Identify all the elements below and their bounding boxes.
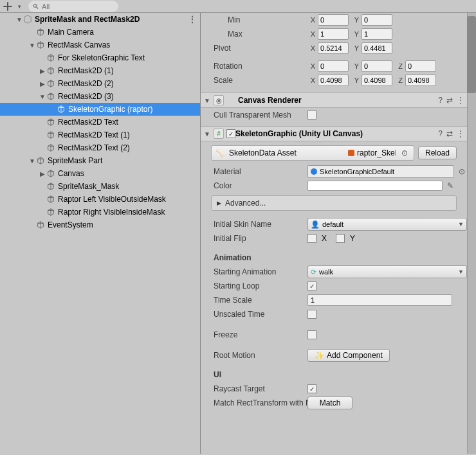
skeleton-data-asset-field[interactable]: 🦴 SkeletonData Asset raptor_SkeletonData… (211, 145, 414, 161)
hierarchy-item[interactable]: SpriteMask_Mask (0, 180, 200, 193)
hierarchy-item[interactable]: ▼RectMask2D (3) (0, 90, 200, 103)
search-input[interactable] (42, 3, 114, 10)
freeze-checkbox[interactable] (307, 330, 316, 339)
scene-row[interactable]: ▼ SpriteMask and RectMask2D ⋮ (0, 13, 200, 26)
root-motion-label: Root Motion (211, 351, 307, 360)
item-label: SpriteMask Part (48, 156, 102, 165)
material-field[interactable]: SkeletonGraphicDefault (307, 165, 454, 178)
unscaled-time-label: Unscaled Time (211, 310, 307, 319)
initial-flip-label: Initial Flip (211, 234, 307, 243)
hierarchy-item[interactable]: ▶RectMask2D (2) (0, 77, 200, 90)
match-button[interactable]: Match (307, 397, 352, 409)
help-icon[interactable]: ? (438, 96, 443, 105)
add-component-button[interactable]: ✨ Add Component (307, 349, 390, 362)
flip-y-checkbox[interactable] (336, 234, 345, 243)
skeleton-graphic-header[interactable]: ▼ # SkeletonGraphic (Unity UI Canvas) ? … (201, 126, 467, 141)
rot-x-input[interactable] (318, 60, 349, 72)
min-y-input[interactable] (362, 14, 392, 26)
chevron-down-icon[interactable]: ▼ (28, 41, 36, 49)
scale-y-input[interactable] (362, 75, 392, 86)
preset-icon[interactable]: ⇄ (446, 96, 453, 105)
animation-header: Animation (211, 253, 252, 262)
scale-z-input[interactable] (405, 75, 436, 86)
hierarchy-item[interactable]: ▶Canvas (0, 167, 200, 180)
max-x-input[interactable] (318, 28, 349, 40)
starting-loop-checkbox[interactable] (307, 281, 316, 290)
ui-header: UI (211, 370, 221, 379)
rot-y-input[interactable] (362, 60, 392, 72)
enabled-checkbox[interactable] (226, 129, 235, 138)
object-picker-icon[interactable]: ⊙ (399, 148, 410, 158)
y-label: Y (350, 234, 355, 243)
x-label: X (307, 16, 315, 24)
context-menu-icon[interactable]: ⋮ (188, 15, 196, 24)
max-label: Max (211, 30, 307, 39)
object-picker-icon[interactable]: ⊙ (457, 166, 467, 177)
chevron-right-icon[interactable]: ▶ (39, 170, 46, 177)
hierarchy-item[interactable]: Raptor Right VisibleInsideMask (0, 206, 200, 219)
hierarchy-item[interactable]: RectMask2D Text (1) (0, 129, 200, 141)
hierarchy-item[interactable]: RectMask2D Text (2) (0, 141, 200, 154)
anim-icon: ⟳ (311, 268, 316, 276)
chevron-down-icon[interactable]: ▼ (39, 93, 46, 100)
hierarchy-item[interactable]: Main Camera (0, 26, 200, 39)
inspector-panel: Min X Y Max X Y Pivot (201, 13, 476, 454)
time-scale-input[interactable] (307, 294, 452, 306)
create-icon[interactable] (3, 1, 13, 12)
scene-name: SpriteMask and RectMask2D (35, 15, 140, 24)
chevron-right-icon[interactable]: ▶ (39, 67, 46, 75)
advanced-foldout[interactable]: ▶ Advanced... (211, 195, 457, 211)
raycast-checkbox[interactable] (307, 384, 316, 393)
flip-x-checkbox[interactable] (307, 234, 316, 243)
chevron-down-icon[interactable]: ▼ (203, 130, 211, 138)
initial-skin-dropdown[interactable]: 👤default ▼ (307, 218, 467, 231)
item-label: Main Camera (48, 28, 94, 37)
kebab-icon[interactable]: ⋮ (457, 129, 464, 138)
min-x-input[interactable] (318, 14, 349, 26)
rot-z-input[interactable] (405, 60, 436, 72)
chevron-down-icon[interactable]: ▼ (203, 96, 211, 104)
canvas-renderer-icon: ◎ (214, 95, 224, 105)
item-label: For SkeletonGraphic Text (58, 53, 145, 62)
color-swatch[interactable] (307, 181, 443, 191)
hierarchy-item[interactable]: EventSystem (0, 219, 200, 231)
scrollbar-thumb[interactable] (467, 16, 476, 93)
scrollbar[interactable] (467, 13, 476, 454)
search-input-wrap[interactable]: 🔍︎ (28, 1, 118, 12)
hierarchy-item[interactable]: ▼RectMask Canvas (0, 39, 200, 51)
raycast-label: Raycast Target (211, 384, 307, 393)
hierarchy-item[interactable]: RectMask2D Text (0, 116, 200, 129)
scale-x-input[interactable] (318, 75, 349, 86)
kebab-icon[interactable]: ⋮ (457, 96, 464, 105)
cull-checkbox[interactable] (307, 111, 316, 120)
chevron-down-icon[interactable]: ▼ (15, 15, 23, 23)
hierarchy-item[interactable]: ▶RectMask2D (1) (0, 64, 200, 77)
max-y-input[interactable] (362, 28, 392, 40)
chevron-down-icon[interactable]: ▼ (28, 157, 36, 165)
eyedropper-icon[interactable]: ✎ (445, 181, 455, 191)
pivot-x-input[interactable] (318, 42, 349, 54)
item-label: RectMask2D Text (1) (58, 130, 130, 139)
reload-button[interactable]: Reload (418, 147, 457, 159)
hierarchy-item[interactable]: Raptor Left VisibleOutsideMask (0, 193, 200, 206)
hierarchy-item[interactable]: ▼SpriteMask Part (0, 154, 200, 167)
pivot-y-input[interactable] (362, 42, 392, 54)
gameobject-icon (36, 40, 45, 49)
gameobject-icon (46, 169, 55, 178)
gameobject-icon (57, 105, 66, 114)
match-rect-label: Match RectTransform with Mesh (211, 398, 307, 407)
help-icon[interactable]: ? (438, 129, 443, 138)
dropdown-icon[interactable]: ▾ (14, 1, 24, 12)
starting-anim-label: Starting Animation (211, 267, 307, 276)
chevron-down-icon: ▼ (458, 269, 464, 275)
skeleton-data-asset-label: SkeletonData Asset (229, 148, 297, 157)
skin-icon: 👤 (311, 220, 320, 229)
canvas-renderer-header[interactable]: ▼ ◎ Canvas Renderer ? ⇄ ⋮ (201, 93, 467, 108)
chevron-right-icon[interactable]: ▶ (39, 80, 46, 87)
preset-icon[interactable]: ⇄ (446, 129, 453, 138)
gameobject-icon (46, 118, 55, 127)
hierarchy-item[interactable]: For SkeletonGraphic Text (0, 51, 200, 64)
hierarchy-item[interactable]: SkeletonGraphic (raptor) (0, 103, 200, 116)
starting-anim-dropdown[interactable]: ⟳walk ▼ (307, 265, 467, 278)
unscaled-time-checkbox[interactable] (307, 310, 316, 319)
